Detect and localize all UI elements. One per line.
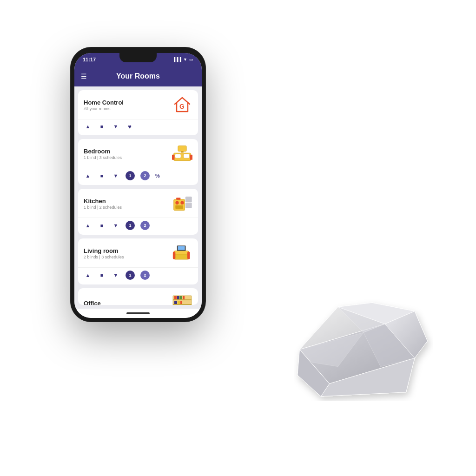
room-card-home-control: Home Control All your rooms G [78, 90, 198, 135]
svg-rect-16 [174, 254, 189, 259]
svg-rect-7 [190, 155, 193, 160]
room-card-top-living: Living room 2 blinds | 3 schedules [78, 238, 198, 267]
room-info-home: Home Control All your rooms [84, 99, 124, 111]
room-controls-living: ▲ ■ ▼ 1 2 [78, 267, 198, 284]
svg-rect-28 [174, 301, 177, 304]
scene: 11:17 ▐▐▐ ▼ ▭ ☰ Your Rooms Home Con [29, 38, 447, 438]
room-icon-kitchen [172, 193, 192, 214]
down-btn-bedroom[interactable]: ▼ [112, 172, 120, 180]
room-subtitle-home: All your rooms [84, 106, 124, 111]
status-time: 11:17 [83, 57, 96, 62]
stop-btn-kitchen[interactable]: ■ [98, 221, 106, 230]
room-card-top-home: Home Control All your rooms G [78, 90, 198, 119]
svg-rect-29 [178, 301, 180, 304]
home-brand-svg: G [172, 95, 192, 115]
svg-rect-26 [179, 296, 182, 299]
down-btn-home[interactable]: ▼ [112, 122, 120, 131]
room-name-bedroom: Bedroom [84, 148, 122, 155]
room-controls-home: ▲ ■ ▼ ♥ [78, 119, 198, 135]
room-subtitle-living: 2 blinds | 3 schedules [84, 255, 124, 259]
page-title: Your Rooms [116, 72, 160, 80]
svg-rect-18 [187, 251, 190, 259]
svg-rect-8 [174, 199, 185, 211]
room-info-office: Office [84, 300, 101, 305]
schedule1-btn-kitchen[interactable]: 1 [126, 221, 135, 230]
down-btn-kitchen[interactable]: ▼ [112, 221, 120, 230]
svg-point-9 [175, 201, 178, 205]
room-card-office: Office [78, 288, 198, 305]
geo-device [294, 298, 433, 401]
signal-icon: ▐▐▐ [172, 57, 181, 62]
stop-btn-home[interactable]: ■ [98, 122, 106, 131]
down-btn-living[interactable]: ▼ [112, 271, 120, 279]
svg-rect-4 [175, 154, 181, 158]
schedule1-btn-living[interactable]: 1 [126, 271, 135, 280]
screen-content: Home Control All your rooms G [74, 86, 202, 309]
room-name-kitchen: Kitchen [84, 198, 122, 205]
kitchen-svg [172, 194, 192, 213]
room-name-office: Office [84, 300, 101, 305]
svg-rect-14 [176, 198, 180, 200]
schedule1-btn-bedroom[interactable]: 1 [126, 171, 135, 180]
room-card-top-office: Office [78, 288, 198, 305]
svg-rect-27 [183, 296, 185, 299]
svg-rect-11 [175, 205, 183, 209]
svg-rect-30 [180, 301, 182, 304]
room-name-home: Home Control [84, 99, 124, 106]
room-name-living: Living room [84, 247, 124, 254]
svg-rect-12 [185, 197, 192, 202]
svg-rect-25 [177, 296, 179, 299]
stop-btn-living[interactable]: ■ [98, 271, 106, 279]
room-controls-bedroom: ▲ ■ ▼ 1 2 % [78, 168, 198, 185]
app-header: ☰ Your Rooms [74, 66, 202, 86]
room-controls-kitchen: ▲ ■ ▼ 1 2 [78, 218, 198, 235]
stop-btn-bedroom[interactable]: ■ [98, 172, 106, 180]
room-icon-home: G [172, 95, 192, 115]
svg-rect-22 [173, 299, 192, 300]
phone-frame: 11:17 ▐▐▐ ▼ ▭ ☰ Your Rooms Home Con [71, 47, 205, 322]
room-subtitle-kitchen: 1 blind | 2 schedules [84, 205, 122, 210]
room-card-top-bedroom: Bedroom 1 blind | 3 schedules [78, 139, 198, 168]
room-info-living: Living room 2 blinds | 3 schedules [84, 247, 124, 259]
schedule2-btn-kitchen[interactable]: 2 [140, 221, 150, 230]
battery-icon: ▭ [189, 57, 193, 62]
bedroom-svg [172, 145, 192, 163]
room-info-kitchen: Kitchen 1 blind | 2 schedules [84, 198, 122, 210]
svg-text:G: G [179, 103, 185, 110]
room-icon-bedroom [172, 144, 192, 164]
svg-point-10 [180, 201, 184, 205]
up-btn-bedroom[interactable]: ▲ [84, 172, 92, 180]
svg-rect-5 [184, 154, 190, 158]
up-btn-living[interactable]: ▲ [84, 271, 92, 279]
wifi-icon: ▼ [183, 57, 187, 62]
home-indicator [126, 312, 150, 314]
up-btn-home[interactable]: ▲ [84, 122, 92, 131]
schedule2-btn-living[interactable]: 2 [140, 271, 150, 280]
office-svg [172, 295, 192, 305]
phone-notch [119, 53, 157, 62]
svg-rect-23 [173, 304, 192, 305]
svg-rect-2 [181, 152, 184, 153]
svg-rect-13 [185, 203, 192, 208]
room-icon-living [172, 243, 192, 264]
geo-device-svg [294, 298, 433, 401]
room-card-kitchen: Kitchen 1 blind | 2 schedules [78, 189, 198, 235]
room-card-top-kitchen: Kitchen 1 blind | 2 schedules [78, 189, 198, 218]
svg-rect-1 [178, 146, 186, 152]
schedule2-btn-bedroom[interactable]: 2 [140, 171, 150, 180]
menu-icon[interactable]: ☰ [81, 73, 87, 80]
svg-rect-17 [173, 251, 176, 259]
up-btn-kitchen[interactable]: ▲ [84, 221, 92, 230]
room-icon-office [172, 293, 192, 305]
svg-rect-6 [172, 155, 175, 160]
pct-btn-bedroom[interactable]: % [155, 173, 160, 178]
svg-rect-20 [178, 246, 185, 250]
room-card-bedroom: Bedroom 1 blind | 3 schedules [78, 139, 198, 185]
status-icons: ▐▐▐ ▼ ▭ [172, 57, 193, 62]
room-subtitle-bedroom: 1 blind | 3 schedules [84, 155, 122, 160]
phone-screen: 11:17 ▐▐▐ ▼ ▭ ☰ Your Rooms Home Con [74, 53, 202, 318]
living-svg [172, 244, 192, 263]
room-info-bedroom: Bedroom 1 blind | 3 schedules [84, 148, 122, 160]
heart-btn-home[interactable]: ♥ [126, 122, 134, 131]
room-card-living-room: Living room 2 blinds | 3 schedules [78, 238, 198, 284]
